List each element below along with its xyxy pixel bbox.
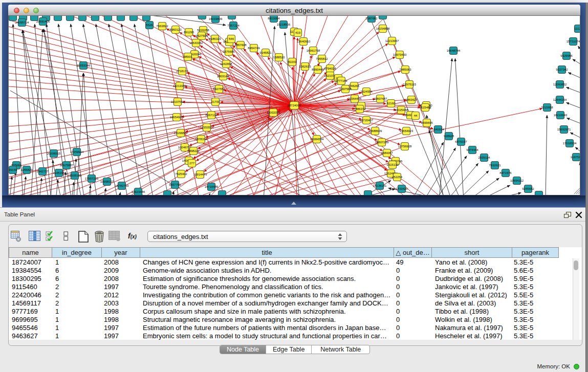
svg-text:1145194: 1145194 — [53, 171, 66, 174]
svg-text:6794028: 6794028 — [324, 67, 336, 70]
svg-text:10025458: 10025458 — [395, 108, 408, 112]
svg-text:10958107: 10958107 — [100, 180, 114, 183]
svg-text:1362615: 1362615 — [299, 65, 311, 68]
svg-text:9329966: 9329966 — [560, 54, 573, 57]
svg-text:15751074: 15751074 — [567, 40, 580, 43]
svg-text:8186323: 8186323 — [209, 37, 221, 40]
svg-text:3215958: 3215958 — [541, 106, 553, 109]
svg-text:8960123: 8960123 — [169, 28, 182, 31]
svg-text:5226058: 5226058 — [197, 29, 209, 32]
svg-text:16782759: 16782759 — [115, 184, 129, 187]
svg-text:19756928: 19756928 — [398, 145, 412, 148]
svg-text:10107552: 10107552 — [171, 100, 185, 103]
svg-text:19654925: 19654925 — [170, 116, 184, 119]
svg-text:19654923: 19654923 — [400, 129, 413, 133]
svg-text:9684067: 9684067 — [381, 151, 393, 155]
svg-text:8813054: 8813054 — [268, 17, 280, 20]
svg-text:19166829: 19166829 — [174, 132, 188, 135]
svg-text:277: 277 — [189, 162, 195, 165]
svg-text:252254: 252254 — [392, 176, 403, 179]
svg-text:15720407: 15720407 — [360, 119, 374, 122]
svg-text:7663822: 7663822 — [156, 25, 168, 28]
svg-text:8471676: 8471676 — [499, 171, 512, 174]
svg-text:938928: 938928 — [444, 135, 454, 138]
svg-text:9777169: 9777169 — [335, 79, 347, 82]
svg-text:9657791: 9657791 — [169, 183, 181, 186]
svg-text:24055724: 24055724 — [15, 21, 29, 24]
svg-text:10688609: 10688609 — [368, 129, 382, 133]
svg-text:16033809: 16033809 — [209, 17, 223, 20]
svg-text:7886372: 7886372 — [354, 107, 366, 111]
svg-text:5526: 5526 — [146, 24, 153, 27]
svg-text:6497568: 6497568 — [339, 87, 352, 91]
svg-text:10654112: 10654112 — [510, 179, 524, 182]
svg-text:16154808: 16154808 — [376, 27, 390, 30]
svg-text:8427552: 8427552 — [213, 87, 225, 91]
svg-text:546: 546 — [229, 37, 234, 40]
svg-text:17359924: 17359924 — [70, 150, 84, 154]
svg-text:11123: 11123 — [574, 27, 580, 30]
svg-text:90975887: 90975887 — [60, 164, 74, 167]
svg-text:10973493: 10973493 — [393, 53, 407, 56]
svg-text:1588520: 1588520 — [273, 56, 285, 59]
svg-text:891295: 891295 — [184, 31, 194, 34]
svg-text:16543362: 16543362 — [189, 41, 203, 45]
svg-text:17957225: 17957225 — [85, 177, 99, 180]
svg-text:44: 44 — [414, 114, 418, 117]
svg-text:20053346: 20053346 — [77, 64, 91, 67]
svg-text:12444154: 12444154 — [553, 98, 567, 101]
svg-text:20691406: 20691406 — [36, 20, 50, 23]
svg-text:3624554: 3624554 — [360, 90, 373, 93]
svg-text:5498222: 5498222 — [187, 149, 200, 152]
svg-text:1640934: 1640934 — [432, 128, 444, 131]
svg-text:8454749: 8454749 — [248, 47, 260, 50]
svg-text:20364456: 20364456 — [348, 97, 362, 100]
svg-text:9474444: 9474444 — [466, 148, 478, 151]
svg-text:62160: 62160 — [387, 102, 396, 105]
svg-text:16210643: 16210643 — [554, 114, 568, 117]
svg-text:13640910: 13640910 — [297, 40, 311, 43]
svg-text:2718170: 2718170 — [176, 70, 188, 73]
svg-text:2935114: 2935114 — [478, 156, 491, 159]
svg-text:82203: 82203 — [288, 60, 297, 63]
svg-text:15716485: 15716485 — [205, 185, 219, 188]
svg-text:1156829: 1156829 — [21, 168, 33, 171]
svg-text:7625402: 7625402 — [175, 172, 187, 176]
svg-text:9227342: 9227342 — [556, 68, 568, 71]
svg-text:7357224: 7357224 — [227, 24, 239, 27]
svg-text:9463627: 9463627 — [405, 98, 418, 101]
svg-text:1615132: 1615132 — [386, 163, 399, 166]
svg-text:2087682: 2087682 — [365, 17, 378, 20]
svg-text:2803144: 2803144 — [217, 75, 229, 78]
svg-text:7485063: 7485063 — [399, 68, 411, 71]
svg-text:12505185: 12505185 — [68, 174, 82, 177]
svg-text:9115460: 9115460 — [420, 106, 432, 109]
svg-text:12923446: 12923446 — [132, 190, 145, 193]
svg-text:10807487: 10807487 — [374, 97, 387, 100]
svg-text:16648784: 16648784 — [447, 49, 461, 52]
svg-text:13002075: 13002075 — [267, 111, 280, 114]
svg-text:12353594: 12353594 — [200, 126, 214, 129]
svg-text:9527506: 9527506 — [195, 34, 208, 37]
svg-text:18724007: 18724007 — [288, 104, 301, 107]
svg-text:20206515: 20206515 — [47, 152, 61, 155]
svg-text:16961758: 16961758 — [307, 49, 320, 52]
svg-text:1733426: 1733426 — [396, 187, 408, 190]
svg-text:419: 419 — [295, 31, 301, 34]
svg-text:1167533: 1167533 — [571, 156, 580, 159]
svg-text:12093852: 12093852 — [553, 83, 567, 86]
svg-text:9699695: 9699695 — [421, 121, 433, 124]
svg-text:7955812: 7955812 — [316, 57, 328, 60]
svg-text:9146821: 9146821 — [259, 51, 272, 54]
svg-text:19384554: 19384554 — [310, 138, 324, 141]
svg-text:2867608: 2867608 — [234, 43, 247, 47]
svg-text:6879197: 6879197 — [455, 140, 467, 143]
svg-text:8267130: 8267130 — [205, 114, 217, 117]
svg-text:12213369: 12213369 — [173, 84, 187, 87]
svg-text:8990448: 8990448 — [312, 68, 324, 71]
svg-text:14136141: 14136141 — [373, 184, 387, 187]
svg-text:9245652: 9245652 — [522, 187, 534, 190]
svg-text:12213967: 12213967 — [385, 39, 399, 42]
svg-text:19218506: 19218506 — [277, 23, 291, 26]
svg-text:3575685: 3575685 — [223, 50, 235, 53]
